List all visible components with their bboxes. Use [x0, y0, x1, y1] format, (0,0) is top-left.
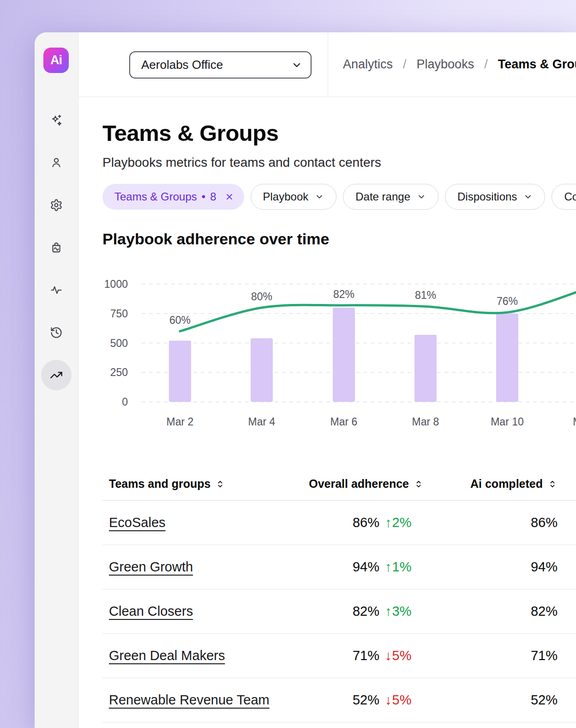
- x-axis-label: Mar 8: [412, 416, 439, 428]
- adherence-value: 71%: [353, 648, 379, 663]
- sparkles-icon: [50, 114, 63, 127]
- y-axis-label: 250: [110, 366, 128, 378]
- app-logo[interactable]: Ai: [43, 48, 69, 73]
- team-link[interactable]: Green Deal Makers: [109, 648, 225, 663]
- chip-label: Teams & Groups: [114, 190, 197, 203]
- arrow-down-icon: ↓: [385, 648, 392, 663]
- volume-bar: [414, 335, 437, 402]
- ai-completed-value: 86%: [424, 515, 558, 530]
- sidebar-item-contacts[interactable]: [41, 147, 72, 178]
- team-link[interactable]: Green Growth: [109, 559, 193, 574]
- chevron-down-icon: [523, 192, 533, 201]
- close-icon[interactable]: [225, 192, 234, 201]
- adherence-value: 82%: [353, 604, 379, 619]
- x-axis-label: Mar 2: [167, 416, 194, 428]
- arrow-down-icon: ↓: [385, 692, 392, 708]
- chip-label: Dispositions: [457, 190, 517, 203]
- breadcrumb-analytics[interactable]: Analytics: [343, 57, 393, 72]
- table-row: Green Deal Makers71%↓5%71%: [102, 634, 576, 678]
- line-point-label: 82%: [333, 288, 354, 300]
- chevron-down-icon: [291, 60, 302, 71]
- gear-icon: [50, 199, 63, 212]
- sidebar-item-analytics[interactable]: [41, 360, 72, 390]
- column-header-ai-completed[interactable]: Ai completed: [424, 477, 558, 491]
- sidebar-item-assistant[interactable]: [41, 105, 72, 135]
- team-link[interactable]: Clean Closers: [109, 604, 193, 619]
- adherence-cell: 52%↓5%: [276, 692, 424, 708]
- adherence-delta: ↓5%: [385, 692, 424, 708]
- topbar: Aerolabs Office Analytics/Playbooks/Team…: [78, 32, 576, 97]
- page-title: Teams & Groups: [102, 120, 278, 146]
- volume-bar: [333, 308, 355, 402]
- history-icon: [50, 326, 63, 339]
- filter-chip-teams-groups[interactable]: Teams & Groups•8: [102, 184, 244, 210]
- chip-label: Co: [564, 190, 576, 203]
- volume-bar: [251, 338, 273, 402]
- breadcrumb-separator: /: [484, 57, 488, 72]
- teams-table: Teams and groupsOverall adherenceAi comp…: [102, 467, 576, 722]
- x-axis-label: Mar 6: [330, 416, 358, 428]
- playbook-bag-icon: [50, 241, 63, 254]
- ai-completed-value: 52%: [424, 692, 558, 708]
- breadcrumb-separator: /: [403, 57, 407, 72]
- breadcrumb-teams-groups: Teams & Groups: [498, 57, 576, 72]
- filter-dropdown-dispositions[interactable]: Dispositions: [445, 184, 545, 210]
- adherence-value: 94%: [353, 559, 379, 575]
- ai-completed-value: 71%: [424, 648, 558, 663]
- adherence-value: 52%: [353, 692, 379, 708]
- column-header-label: Ai completed: [470, 477, 543, 491]
- column-header-teams-and-groups[interactable]: Teams and groups: [109, 477, 276, 491]
- adherence-delta: ↑2%: [385, 515, 424, 530]
- column-header-overall-adherence[interactable]: Overall adherence: [276, 477, 424, 491]
- sidebar-item-settings[interactable]: [41, 190, 72, 220]
- filter-chips-row: Teams & Groups•8PlaybookDate rangeDispos…: [102, 184, 576, 210]
- sidebar: Ai: [35, 32, 78, 728]
- person-icon: [50, 156, 63, 169]
- filter-dropdown-date-range[interactable]: Date range: [343, 184, 438, 210]
- column-header-label: Teams and groups: [109, 477, 210, 491]
- y-axis-label: 0: [122, 396, 128, 408]
- workspace-selector[interactable]: Aerolabs Office: [129, 51, 312, 79]
- ai-completed-value: 82%: [424, 604, 558, 619]
- x-axis-label: Mar 4: [248, 416, 276, 428]
- line-point-label: 60%: [169, 314, 191, 326]
- column-header-label: Overall adherence: [309, 477, 409, 491]
- workspace-selector-value: Aerolabs Office: [141, 58, 223, 72]
- ai-completed-value: 94%: [424, 559, 558, 575]
- table-row: Green Growth94%↑1%94%: [102, 545, 576, 589]
- adherence-delta: ↑1%: [385, 559, 424, 575]
- sidebar-item-activity[interactable]: [41, 275, 72, 305]
- sidebar-item-history[interactable]: [41, 317, 72, 348]
- chip-label: Playbook: [263, 190, 309, 203]
- chip-label: Date range: [355, 190, 410, 203]
- breadcrumb-playbooks[interactable]: Playbooks: [417, 57, 474, 72]
- chevron-down-icon: [417, 192, 426, 201]
- sidebar-item-playbooks[interactable]: [41, 232, 72, 263]
- x-axis-label: Mar 10: [491, 416, 524, 428]
- line-point-label: 81%: [415, 289, 436, 301]
- chip-dot: •: [202, 190, 205, 203]
- arrow-up-icon: ↑: [385, 559, 392, 575]
- team-link[interactable]: EcoSales: [109, 515, 166, 530]
- adherence-cell: 82%↑3%: [276, 604, 424, 619]
- y-axis-label: 500: [110, 337, 128, 349]
- sort-icon: [215, 479, 225, 489]
- filter-dropdown-co[interactable]: Co: [552, 184, 576, 210]
- arrow-up-icon: ↑: [385, 515, 392, 530]
- adherence-cell: 94%↑1%: [276, 559, 424, 575]
- desktop-background: { "window": { "logo": "Ai", "workspace_s…: [0, 0, 576, 728]
- sort-icon: [414, 479, 424, 489]
- table-row: Renewable Revenue Team52%↓5%52%: [102, 678, 576, 722]
- line-point-label: 76%: [497, 295, 518, 307]
- line-point-label: 80%: [251, 291, 272, 303]
- team-link[interactable]: Renewable Revenue Team: [109, 692, 270, 707]
- chevron-down-icon: [315, 192, 324, 201]
- table-row: EcoSales86%↑2%86%: [102, 501, 576, 545]
- sort-icon: [547, 479, 558, 489]
- filter-dropdown-playbook[interactable]: Playbook: [251, 184, 337, 210]
- y-axis-label: 1000: [104, 278, 128, 290]
- page-subtitle: Playbooks metrics for teams and contact …: [102, 155, 381, 170]
- adherence-cell: 71%↓5%: [276, 648, 424, 663]
- volume-bar: [496, 314, 518, 402]
- table-row: Clean Closers82%↑3%82%: [102, 589, 576, 634]
